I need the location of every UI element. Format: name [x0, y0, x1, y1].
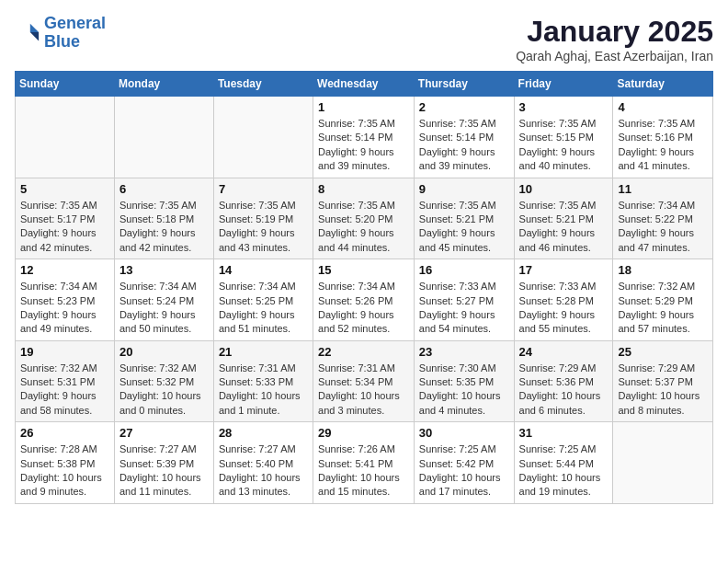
day-cell: 30Sunrise: 7:25 AM Sunset: 5:42 PM Dayli…: [414, 422, 514, 504]
day-cell: [613, 422, 713, 504]
day-number: 8: [318, 182, 409, 196]
day-cell: 28Sunrise: 7:27 AM Sunset: 5:40 PM Dayli…: [213, 422, 313, 504]
day-cell: 5Sunrise: 7:35 AM Sunset: 5:17 PM Daylig…: [16, 178, 115, 259]
week-row-4: 19Sunrise: 7:32 AM Sunset: 5:31 PM Dayli…: [16, 340, 713, 422]
day-info: Sunrise: 7:35 AM Sunset: 5:20 PM Dayligh…: [318, 199, 409, 256]
day-cell: 9Sunrise: 7:35 AM Sunset: 5:21 PM Daylig…: [414, 178, 514, 259]
day-number: 10: [519, 182, 609, 196]
day-cell: 17Sunrise: 7:33 AM Sunset: 5:28 PM Dayli…: [514, 259, 613, 341]
day-cell: 8Sunrise: 7:35 AM Sunset: 5:20 PM Daylig…: [313, 178, 415, 259]
svg-marker-0: [30, 24, 39, 32]
day-info: Sunrise: 7:31 AM Sunset: 5:34 PM Dayligh…: [318, 362, 409, 419]
day-number: 16: [419, 263, 509, 277]
day-info: Sunrise: 7:33 AM Sunset: 5:28 PM Dayligh…: [519, 280, 609, 337]
logo-text: General Blue: [44, 15, 106, 52]
day-cell: 14Sunrise: 7:34 AM Sunset: 5:25 PM Dayli…: [213, 259, 313, 341]
day-cell: 2Sunrise: 7:35 AM Sunset: 5:14 PM Daylig…: [414, 97, 514, 178]
day-number: 9: [419, 182, 509, 196]
day-number: 24: [519, 345, 609, 359]
day-number: 20: [119, 345, 209, 359]
week-row-3: 12Sunrise: 7:34 AM Sunset: 5:23 PM Dayli…: [16, 259, 713, 341]
day-cell: 4Sunrise: 7:35 AM Sunset: 5:16 PM Daylig…: [613, 97, 713, 178]
day-info: Sunrise: 7:27 AM Sunset: 5:40 PM Dayligh…: [219, 442, 308, 500]
day-number: 3: [519, 100, 609, 114]
day-cell: 18Sunrise: 7:32 AM Sunset: 5:29 PM Dayli…: [613, 259, 713, 341]
day-info: Sunrise: 7:35 AM Sunset: 5:17 PM Dayligh…: [20, 199, 109, 256]
day-number: 6: [119, 182, 209, 196]
day-number: 30: [419, 426, 509, 440]
day-number: 12: [20, 263, 109, 277]
svg-marker-1: [30, 32, 39, 40]
day-number: 22: [318, 345, 409, 359]
day-number: 18: [618, 263, 708, 277]
day-cell: 13Sunrise: 7:34 AM Sunset: 5:24 PM Dayli…: [114, 259, 213, 341]
day-info: Sunrise: 7:32 AM Sunset: 5:32 PM Dayligh…: [119, 362, 209, 419]
day-info: Sunrise: 7:27 AM Sunset: 5:39 PM Dayligh…: [119, 442, 209, 500]
logo: General Blue: [15, 15, 106, 52]
day-cell: 10Sunrise: 7:35 AM Sunset: 5:21 PM Dayli…: [514, 178, 613, 259]
weekday-header-row: Sunday Monday Tuesday Wednesday Thursday…: [16, 72, 713, 97]
header-thursday: Thursday: [414, 72, 514, 97]
day-info: Sunrise: 7:25 AM Sunset: 5:42 PM Dayligh…: [419, 442, 509, 500]
day-info: Sunrise: 7:34 AM Sunset: 5:23 PM Dayligh…: [20, 280, 109, 337]
day-number: 25: [618, 345, 708, 359]
day-cell: 15Sunrise: 7:34 AM Sunset: 5:26 PM Dayli…: [313, 259, 415, 341]
header-friday: Friday: [514, 72, 613, 97]
day-info: Sunrise: 7:35 AM Sunset: 5:15 PM Dayligh…: [519, 117, 609, 174]
day-info: Sunrise: 7:34 AM Sunset: 5:22 PM Dayligh…: [618, 199, 708, 256]
day-cell: 24Sunrise: 7:29 AM Sunset: 5:36 PM Dayli…: [514, 340, 613, 422]
week-row-5: 26Sunrise: 7:28 AM Sunset: 5:38 PM Dayli…: [16, 422, 713, 504]
day-info: Sunrise: 7:31 AM Sunset: 5:33 PM Dayligh…: [219, 362, 308, 419]
header-saturday: Saturday: [613, 72, 713, 97]
header-monday: Monday: [114, 72, 213, 97]
header-tuesday: Tuesday: [213, 72, 313, 97]
day-info: Sunrise: 7:35 AM Sunset: 5:14 PM Dayligh…: [318, 117, 409, 174]
day-info: Sunrise: 7:25 AM Sunset: 5:44 PM Dayligh…: [519, 442, 609, 500]
day-cell: 19Sunrise: 7:32 AM Sunset: 5:31 PM Dayli…: [16, 340, 115, 422]
day-number: 28: [219, 426, 308, 440]
day-cell: 21Sunrise: 7:31 AM Sunset: 5:33 PM Dayli…: [213, 340, 313, 422]
day-number: 7: [219, 182, 308, 196]
day-cell: 22Sunrise: 7:31 AM Sunset: 5:34 PM Dayli…: [313, 340, 415, 422]
logo-line1: General: [44, 14, 106, 32]
day-info: Sunrise: 7:34 AM Sunset: 5:25 PM Dayligh…: [219, 280, 308, 337]
day-info: Sunrise: 7:30 AM Sunset: 5:35 PM Dayligh…: [419, 362, 509, 419]
day-info: Sunrise: 7:32 AM Sunset: 5:31 PM Dayligh…: [20, 362, 109, 419]
page-header: General Blue January 2025 Qarah Aghaj, E…: [15, 15, 713, 63]
day-number: 11: [618, 182, 708, 196]
day-cell: 7Sunrise: 7:35 AM Sunset: 5:19 PM Daylig…: [213, 178, 313, 259]
day-cell: [213, 97, 313, 178]
day-info: Sunrise: 7:32 AM Sunset: 5:29 PM Dayligh…: [618, 280, 708, 337]
calendar-table: Sunday Monday Tuesday Wednesday Thursday…: [15, 71, 713, 504]
week-row-2: 5Sunrise: 7:35 AM Sunset: 5:17 PM Daylig…: [16, 178, 713, 259]
day-cell: 26Sunrise: 7:28 AM Sunset: 5:38 PM Dayli…: [16, 422, 115, 504]
day-info: Sunrise: 7:29 AM Sunset: 5:36 PM Dayligh…: [519, 362, 609, 419]
day-number: 14: [219, 263, 308, 277]
day-number: 15: [318, 263, 409, 277]
day-info: Sunrise: 7:29 AM Sunset: 5:37 PM Dayligh…: [618, 362, 708, 419]
day-info: Sunrise: 7:34 AM Sunset: 5:26 PM Dayligh…: [318, 280, 409, 337]
day-cell: 25Sunrise: 7:29 AM Sunset: 5:37 PM Dayli…: [613, 340, 713, 422]
week-row-1: 1Sunrise: 7:35 AM Sunset: 5:14 PM Daylig…: [16, 97, 713, 178]
day-cell: [16, 97, 115, 178]
day-info: Sunrise: 7:34 AM Sunset: 5:24 PM Dayligh…: [119, 280, 209, 337]
day-cell: 16Sunrise: 7:33 AM Sunset: 5:27 PM Dayli…: [414, 259, 514, 341]
day-cell: 20Sunrise: 7:32 AM Sunset: 5:32 PM Dayli…: [114, 340, 213, 422]
day-cell: 3Sunrise: 7:35 AM Sunset: 5:15 PM Daylig…: [514, 97, 613, 178]
day-number: 31: [519, 426, 609, 440]
day-cell: 29Sunrise: 7:26 AM Sunset: 5:41 PM Dayli…: [313, 422, 415, 504]
day-info: Sunrise: 7:28 AM Sunset: 5:38 PM Dayligh…: [20, 442, 109, 500]
logo-line2: Blue: [44, 32, 80, 51]
day-info: Sunrise: 7:35 AM Sunset: 5:18 PM Dayligh…: [119, 199, 209, 256]
day-cell: 1Sunrise: 7:35 AM Sunset: 5:14 PM Daylig…: [313, 97, 415, 178]
day-number: 5: [20, 182, 109, 196]
day-number: 1: [318, 100, 409, 114]
day-info: Sunrise: 7:35 AM Sunset: 5:19 PM Dayligh…: [219, 199, 308, 256]
header-sunday: Sunday: [16, 72, 115, 97]
header-wednesday: Wednesday: [313, 72, 415, 97]
day-number: 29: [318, 426, 409, 440]
day-info: Sunrise: 7:26 AM Sunset: 5:41 PM Dayligh…: [318, 442, 409, 500]
day-cell: 11Sunrise: 7:34 AM Sunset: 5:22 PM Dayli…: [613, 178, 713, 259]
day-number: 27: [119, 426, 209, 440]
day-number: 13: [119, 263, 209, 277]
